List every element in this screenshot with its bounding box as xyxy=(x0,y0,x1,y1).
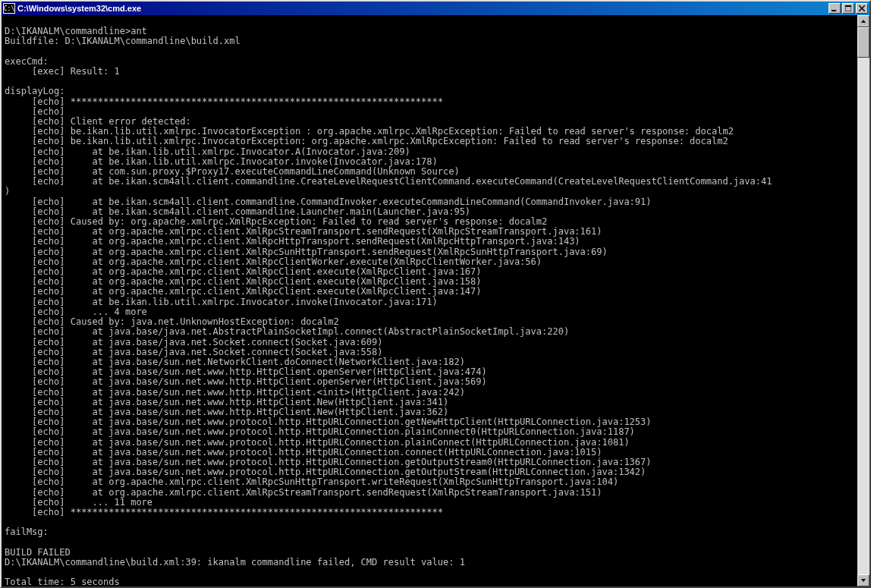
maximize-button[interactable] xyxy=(842,3,854,14)
cmd-icon: C:\ xyxy=(3,3,15,14)
scroll-up-button[interactable] xyxy=(857,15,869,27)
svg-rect-0 xyxy=(832,10,836,11)
titlebar[interactable]: C:\ C:\Windows\system32\cmd.exe xyxy=(2,2,869,15)
scroll-track[interactable] xyxy=(857,27,869,574)
scroll-down-button[interactable] xyxy=(857,574,869,586)
window-controls xyxy=(829,3,868,14)
window-title: C:\Windows\system32\cmd.exe xyxy=(17,4,829,13)
console-output[interactable]: D:\IKANALM\commandline>ant Buildfile: D:… xyxy=(2,15,857,586)
minimize-button[interactable] xyxy=(829,3,841,14)
cmd-window: C:\ C:\Windows\system32\cmd.exe D:\IKANA… xyxy=(0,0,871,588)
console-area: D:\IKANALM\commandline>ant Buildfile: D:… xyxy=(2,15,869,586)
scroll-thumb[interactable] xyxy=(857,27,869,58)
vertical-scrollbar[interactable] xyxy=(857,15,869,586)
svg-rect-2 xyxy=(845,5,851,7)
close-button[interactable] xyxy=(856,3,868,14)
